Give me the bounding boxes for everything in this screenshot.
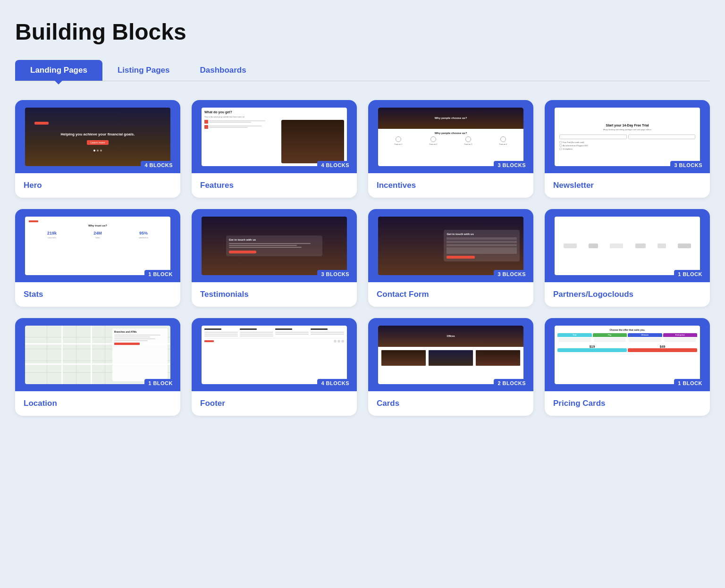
hero-dot-3 bbox=[100, 150, 102, 151]
card-partners[interactable]: 1 BLOCK Partners/Logoclouds bbox=[545, 209, 710, 307]
card-pricingcards[interactable]: Choose the offer that suits you. Trial P… bbox=[545, 318, 710, 416]
feat-item-2 bbox=[204, 125, 279, 129]
footer-bottom bbox=[204, 340, 344, 343]
nl-checkbox-3: 4 templates bbox=[559, 148, 695, 150]
pricing-col-label-ultimate: Ultimate bbox=[641, 334, 649, 336]
card-contactform[interactable]: Get in touch with us 3 BLOCKS Contact Fo… bbox=[368, 209, 533, 307]
incentives-hero-text: Why people choose us? bbox=[435, 117, 467, 119]
partner-logo-5 bbox=[658, 244, 666, 248]
footer-badge: 4 BLOCKS bbox=[317, 379, 353, 387]
contactform-fields bbox=[447, 237, 517, 254]
stats-label-3: satisfaction bbox=[139, 236, 148, 239]
card-incentives[interactable]: Why people choose us? Why people choose … bbox=[368, 100, 533, 198]
cards-bottom bbox=[378, 347, 523, 369]
newsletter-inputs bbox=[559, 134, 695, 139]
card-newsletter[interactable]: Start your 14-Day Free Trial Many deskto… bbox=[545, 100, 710, 198]
feat-icon-2 bbox=[204, 125, 208, 129]
testimonials-title: Get in touch with us bbox=[229, 238, 320, 241]
footer-col-4 bbox=[311, 328, 344, 336]
location-label: Location bbox=[15, 391, 180, 416]
pricing-btn-pro bbox=[628, 348, 697, 352]
features-badge: 4 BLOCKS bbox=[317, 161, 353, 169]
testimonials-box: Get in touch with us bbox=[226, 235, 322, 256]
incentives-bottom: Why people choose us? Feature 1 Feature … bbox=[378, 129, 523, 148]
feat-icon-1 bbox=[204, 120, 208, 124]
newsletter-input-2 bbox=[628, 134, 696, 139]
nl-cb-2 bbox=[559, 144, 562, 147]
hero-logo bbox=[34, 122, 49, 125]
pricing-col-line-t3 bbox=[558, 341, 591, 342]
footer-col-line-2c bbox=[240, 336, 273, 336]
hero-dot-2 bbox=[97, 150, 99, 151]
card-features[interactable]: What do you get? This is the value prop … bbox=[192, 100, 357, 198]
loc-line-3 bbox=[114, 338, 155, 339]
contactform-label: Contact Form bbox=[368, 282, 533, 307]
card-location[interactable]: Branches and ATMs 1 BLOCK Location bbox=[15, 318, 180, 416]
pricingcards-preview-inner: Choose the offer that suits you. Trial P… bbox=[555, 326, 700, 384]
card-partners-preview: 1 BLOCK bbox=[545, 209, 710, 282]
card-hero[interactable]: Helping you achieve your financial goals… bbox=[15, 100, 180, 198]
map-line-v1 bbox=[47, 326, 47, 384]
test-line-3 bbox=[229, 247, 302, 248]
footer-col-line-1a bbox=[204, 332, 238, 333]
tab-landing-pages[interactable]: Landing Pages bbox=[15, 60, 102, 81]
card-footer-preview: 4 BLOCKS bbox=[192, 318, 357, 391]
incent-item-1: Feature 1 bbox=[394, 136, 402, 145]
feat-lines-2 bbox=[209, 126, 279, 128]
footer-col-line-1c bbox=[204, 336, 238, 336]
page-title: Building Blocks bbox=[15, 19, 710, 45]
location-badge: 1 BLOCK bbox=[144, 379, 177, 387]
pricing-col-line-p2 bbox=[594, 339, 626, 340]
incent-label-3: Feature 3 bbox=[464, 143, 472, 145]
location-preview-inner: Branches and ATMs bbox=[25, 326, 170, 384]
partners-badge: 1 BLOCK bbox=[674, 270, 706, 278]
cards-item-3 bbox=[475, 350, 521, 366]
pricing-col-header-ultimate: Ultimate bbox=[628, 333, 662, 337]
features-sub: This is the value prop subtitle text her… bbox=[204, 116, 344, 118]
features-preview-inner: What do you get? This is the value prop … bbox=[202, 108, 347, 166]
pricing-col-label-enterprise: Enterprise bbox=[675, 334, 685, 336]
footer-col-line-3b bbox=[275, 334, 309, 335]
partners-label: Partners/Logoclouds bbox=[545, 282, 710, 307]
card-stats[interactable]: Why trust us? 219k customers 24M Sales 9… bbox=[15, 209, 180, 307]
pricingcards-label: Pricing Cards bbox=[545, 391, 710, 416]
footer-col-line-4b bbox=[311, 334, 344, 335]
incentives-label: Incentives bbox=[368, 173, 533, 198]
features-split bbox=[204, 120, 344, 163]
feat-lines-1 bbox=[209, 120, 279, 123]
footer-col-line-4a bbox=[311, 332, 344, 333]
pricing-col-line-e1 bbox=[664, 338, 697, 339]
cards-preview-inner: Offices bbox=[378, 326, 523, 384]
testimonials-lines bbox=[229, 243, 320, 248]
card-testimonials[interactable]: Get in touch with us 3 BLOCKS Testimonia… bbox=[192, 209, 357, 307]
features-label: Features bbox=[192, 173, 357, 198]
hero-dot-1 bbox=[93, 150, 95, 151]
card-footer[interactable]: 4 BLOCKS Footer bbox=[192, 318, 357, 416]
location-btn bbox=[114, 343, 140, 345]
contact-field-2 bbox=[447, 241, 517, 243]
card-features-preview: What do you get? This is the value prop … bbox=[192, 100, 357, 173]
test-line-1 bbox=[229, 243, 311, 244]
nl-cb-label-3: 4 templates bbox=[563, 148, 573, 150]
hero-preview-inner: Helping you achieve your financial goals… bbox=[25, 108, 170, 166]
stats-title: Why trust us? bbox=[88, 224, 107, 227]
stats-label: Stats bbox=[15, 282, 180, 307]
tab-dashboards[interactable]: Dashboards bbox=[185, 60, 261, 81]
pricing-col-line-p1 bbox=[594, 338, 626, 339]
card-cards[interactable]: Offices 2 BLOCKS Cards bbox=[368, 318, 533, 416]
partner-logo-6 bbox=[678, 244, 691, 248]
pricing-col-line-t1 bbox=[558, 338, 591, 339]
pricing-col-ultimate: Ultimate bbox=[628, 333, 662, 343]
incentives-preview-inner: Why people choose us? Why people choose … bbox=[378, 108, 523, 166]
newsletter-checkboxes: Free Trial (No credit card) An unlimited… bbox=[559, 141, 695, 150]
card-incentives-preview: Why people choose us? Why people choose … bbox=[368, 100, 533, 173]
tab-listing-pages[interactable]: Listing Pages bbox=[102, 60, 185, 81]
contact-field-3 bbox=[447, 244, 517, 246]
pricing-btn-row bbox=[557, 348, 697, 352]
contactform-submit bbox=[447, 256, 474, 259]
incent-label-2: Feature 2 bbox=[429, 143, 437, 145]
testimonials-btn bbox=[229, 251, 256, 253]
incent-label-1: Feature 1 bbox=[394, 143, 402, 145]
incentives-badge: 3 BLOCKS bbox=[494, 161, 530, 169]
pricing-col-trial: Trial bbox=[557, 333, 592, 343]
